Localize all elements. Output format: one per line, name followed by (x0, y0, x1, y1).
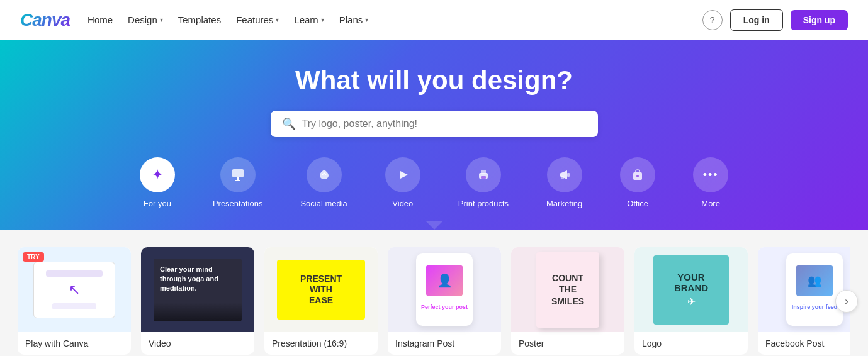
present-inner: PRESENTWITHEASE (277, 260, 365, 320)
login-button[interactable]: Log in (730, 9, 783, 31)
card-instagram-label: Instagram Post (388, 332, 501, 355)
svg-rect-8 (561, 176, 564, 179)
nav-logo[interactable]: Canva (20, 10, 70, 30)
card-facebook-thumb: 👥 Inspire your feed (758, 247, 850, 332)
chevron-down-icon: ▾ (276, 16, 279, 23)
card-presentation-thumb: PRESENTWITHEASE (264, 247, 378, 332)
card-play-canva[interactable]: TRY ↖ Play with Canva (18, 247, 131, 355)
poster-inner-text: COUNTTHESMILES (551, 272, 584, 307)
nav-links: Home Design ▾ Templates Features ▾ Learn… (87, 14, 368, 25)
svg-rect-0 (232, 169, 244, 177)
nav-right: ? Log in Sign up (702, 9, 848, 31)
play-canva-inner: ↖ (33, 262, 115, 318)
hero-title: What will you design? (0, 65, 868, 96)
card-presentation-label: Presentation (16:9) (264, 332, 378, 355)
card-logo[interactable]: YOURBRAND ✈ Logo (634, 247, 748, 355)
cards-row: TRY ↖ Play with Canva Clear your mind th… (18, 247, 850, 355)
svg-marker-3 (400, 171, 408, 179)
card-logo-thumb: YOURBRAND ✈ (634, 247, 748, 332)
hero-section: What will you design? 🔍 ✦ For you Presen… (0, 40, 868, 230)
card-video[interactable]: Clear your mind through yoga and meditat… (141, 247, 254, 355)
card-instagram-thumb: 👤 Perfect your post (388, 247, 501, 332)
marketing-icon (547, 157, 582, 192)
presentations-icon (220, 157, 256, 192)
fb-title-text: Inspire your feed (788, 300, 842, 315)
try-badge: TRY (23, 252, 44, 262)
video-inner-text: Clear your mind through yoga and meditat… (154, 259, 242, 300)
nav-design[interactable]: Design ▾ (128, 14, 163, 25)
chevron-down-icon: ▾ (160, 16, 163, 23)
insta-inner: 👤 Perfect your post (416, 253, 473, 326)
fb-image: 👥 (796, 265, 833, 296)
nav-home[interactable]: Home (87, 14, 113, 25)
video-inner: Clear your mind through yoga and meditat… (154, 259, 242, 321)
signup-button[interactable]: Sign up (791, 10, 848, 30)
card-logo-label: Logo (634, 332, 748, 355)
category-presentations-label: Presentations (213, 199, 263, 208)
card-video-thumb: Clear your mind through yoga and meditat… (141, 247, 254, 332)
svg-rect-5 (481, 170, 486, 174)
cards-next-button[interactable]: › (835, 290, 858, 313)
category-print-products[interactable]: Print products (439, 157, 527, 221)
social-media-icon (307, 157, 342, 192)
svg-rect-6 (481, 176, 486, 179)
category-for-you[interactable]: ✦ For you (121, 157, 194, 221)
chevron-down-icon: ▾ (321, 16, 324, 23)
video-overlay (154, 303, 242, 321)
category-more-label: More (701, 199, 720, 208)
nav-templates[interactable]: Templates (178, 14, 221, 25)
insta-title-text: Perfect your post (417, 300, 471, 315)
logo-inner: YOURBRAND ✈ (653, 255, 729, 325)
office-icon (620, 157, 655, 192)
play-canva-bar2 (52, 303, 96, 309)
card-play-canva-thumb: TRY ↖ (18, 247, 131, 332)
category-office[interactable]: Office (601, 157, 674, 221)
fb-inner: 👥 Inspire your feed (786, 253, 843, 326)
video-icon (385, 157, 420, 192)
svg-point-10 (636, 175, 639, 177)
search-input[interactable] (302, 118, 587, 130)
search-bar: 🔍 (271, 111, 598, 137)
category-marketing[interactable]: Marketing (527, 157, 601, 221)
play-canva-bar (46, 270, 103, 277)
help-button[interactable]: ? (702, 10, 723, 30)
card-facebook-label: Facebook Post (758, 332, 850, 355)
category-social-media-label: Social media (300, 199, 347, 208)
search-icon: 🔍 (282, 117, 296, 131)
category-more[interactable]: ••• More (674, 157, 747, 221)
print-products-icon (466, 157, 501, 192)
category-office-label: Office (627, 199, 648, 208)
card-poster[interactable]: COUNTTHESMILES Poster (511, 247, 624, 355)
category-marketing-label: Marketing (546, 199, 582, 208)
for-you-icon: ✦ (140, 157, 175, 192)
chevron-down-icon: ▾ (365, 16, 368, 23)
logo-arrow-icon: ✈ (687, 296, 696, 308)
category-video-label: Video (392, 199, 413, 208)
category-video[interactable]: Video (366, 157, 439, 221)
cards-section: TRY ↖ Play with Canva Clear your mind th… (0, 230, 868, 356)
insta-image: 👤 (426, 265, 463, 296)
categories-row: ✦ For you Presentations Social media Vid… (0, 157, 868, 221)
poster-inner: COUNTTHESMILES (536, 252, 599, 328)
category-presentations[interactable]: Presentations (194, 157, 282, 221)
card-poster-label: Poster (511, 332, 624, 355)
card-video-label: Video (141, 332, 254, 355)
card-play-canva-label: Play with Canva (18, 332, 131, 355)
category-for-you-label: For you (144, 199, 171, 208)
card-instagram[interactable]: 👤 Perfect your post Instagram Post (388, 247, 501, 355)
nav-plans[interactable]: Plans ▾ (339, 14, 369, 25)
nav-learn[interactable]: Learn ▾ (294, 14, 324, 25)
present-inner-text: PRESENTWITHEASE (300, 274, 342, 305)
cursor-icon: ↖ (69, 282, 80, 298)
logo-inner-text: YOURBRAND (674, 272, 708, 293)
nav-left: Canva Home Design ▾ Templates Features ▾… (20, 10, 368, 30)
card-poster-thumb: COUNTTHESMILES (511, 247, 624, 332)
navbar: Canva Home Design ▾ Templates Features ▾… (0, 0, 868, 40)
more-icon: ••• (693, 157, 728, 192)
svg-rect-7 (567, 173, 570, 177)
nav-features[interactable]: Features ▾ (236, 14, 279, 25)
category-print-products-label: Print products (458, 199, 509, 208)
category-social-media[interactable]: Social media (281, 157, 366, 221)
card-presentation[interactable]: PRESENTWITHEASE Presentation (16:9) (264, 247, 378, 355)
